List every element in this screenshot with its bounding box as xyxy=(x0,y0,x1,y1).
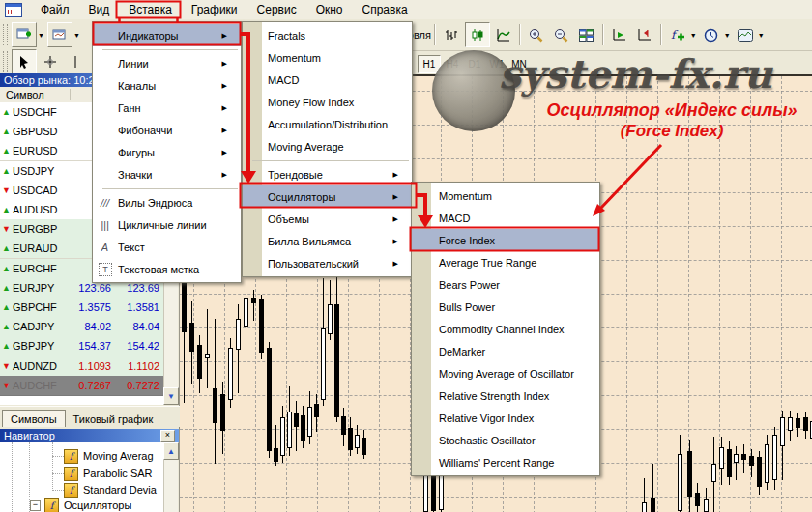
tree-item[interactable]: fParabolic SAR xyxy=(64,466,153,481)
bid-cell: 0.7267 xyxy=(66,380,114,391)
candlestick-chart-button[interactable] xyxy=(465,22,490,47)
tab-tick-chart[interactable]: Тиковый график xyxy=(66,411,161,427)
auto-scroll-button[interactable] xyxy=(608,23,631,46)
table-row[interactable]: ▼AUDCHF0.72670.7272 xyxy=(0,376,164,396)
submenu-arrow-icon: ▶ xyxy=(215,149,227,156)
menu-item[interactable]: Билла Вильямса▶ xyxy=(243,230,412,252)
cursor-button[interactable] xyxy=(12,49,37,74)
menu-item-label: Текстовая метка xyxy=(118,264,199,275)
menu-item-oscillators[interactable]: Осцилляторы▶ xyxy=(243,185,412,208)
menu-item[interactable]: DeMarker xyxy=(412,340,599,362)
new-chart-dropdown-icon[interactable]: ▼ xyxy=(38,32,44,39)
scroll-up-button[interactable]: ▲ xyxy=(163,442,179,460)
menu-item[interactable]: Williams' Percent Range xyxy=(412,451,599,473)
tile-windows-button[interactable] xyxy=(575,23,598,46)
candle-body xyxy=(803,417,808,431)
menu-item[interactable]: Значки▶ xyxy=(93,163,241,185)
menu-item[interactable]: MACD xyxy=(243,69,412,91)
price-down-icon: ▼ xyxy=(0,224,13,234)
menu-item[interactable]: Accumulation/Distribution xyxy=(243,113,412,135)
menu-item[interactable]: Average True Range xyxy=(412,251,599,273)
templates-icon xyxy=(738,29,753,42)
menu-item[interactable]: ///Вилы Эндрюса xyxy=(93,191,241,213)
menu-item[interactable]: Stochastic Oscillator xyxy=(412,429,599,451)
menubar-item[interactable]: Файл xyxy=(31,0,79,19)
menu-item-indicators[interactable]: Индикаторы▶ xyxy=(93,24,241,46)
table-row[interactable]: ▲GBPCHF1.35751.3581 xyxy=(0,298,164,318)
menu-item[interactable]: TТекстовая метка xyxy=(93,258,241,280)
zoom-out-button[interactable] xyxy=(550,23,573,46)
templates-dropdown-icon[interactable]: ▼ xyxy=(758,32,765,39)
candle-body xyxy=(307,407,312,437)
line-chart-button[interactable] xyxy=(492,23,515,46)
indicators-button[interactable]: f xyxy=(666,23,689,46)
menubar-item[interactable]: Вид xyxy=(79,0,120,19)
menubar-item[interactable]: Графики xyxy=(182,0,247,19)
scroll-down-button[interactable]: ▼ xyxy=(163,387,179,405)
chart-shift-button[interactable] xyxy=(633,23,656,46)
crosshair-button[interactable] xyxy=(39,50,62,73)
menu-item[interactable]: Каналы▶ xyxy=(93,74,241,97)
table-row[interactable]: ▼AUDNZD1.10931.1102 xyxy=(0,356,164,377)
templates-button[interactable] xyxy=(734,23,757,46)
app-icon[interactable] xyxy=(5,3,22,17)
menu-item[interactable]: Пользовательский▶ xyxy=(243,252,412,274)
profiles-dropdown-icon[interactable]: ▼ xyxy=(73,32,80,39)
profiles-button[interactable] xyxy=(47,22,72,47)
menubar-item[interactable]: Справка xyxy=(353,0,418,19)
menu-item[interactable]: Bears Power xyxy=(412,273,599,296)
menu-item[interactable]: Трендовые▶ xyxy=(243,163,412,185)
menu-item[interactable]: Линии▶ xyxy=(93,52,241,74)
menu-item[interactable]: Ганн▶ xyxy=(93,97,241,119)
close-icon[interactable]: × xyxy=(160,430,175,442)
submenu-arrow-icon: ▶ xyxy=(386,260,398,268)
table-row[interactable]: ▲GBPJPY154.37154.42 xyxy=(0,336,164,356)
indicators-dropdown-icon[interactable]: ▼ xyxy=(690,32,697,39)
menu-item-label: Пользовательский xyxy=(268,258,359,270)
menu-item-label: MACD xyxy=(439,213,470,224)
navigator-scrollbar[interactable]: ▲ xyxy=(163,442,178,512)
periods-button[interactable] xyxy=(700,23,723,46)
menu-item[interactable]: Money Flow Index xyxy=(243,91,412,113)
menu-item[interactable]: Relative Strength Index xyxy=(412,384,599,407)
menu-item[interactable]: Moving Average of Oscillator xyxy=(412,362,599,384)
menu-item[interactable]: Фибоначчи▶ xyxy=(93,119,241,141)
candle-body xyxy=(220,394,225,431)
bar-chart-button[interactable] xyxy=(440,23,463,46)
tab-symbols[interactable]: Символы xyxy=(2,410,66,427)
tree-item[interactable]: fMoving Averag xyxy=(64,448,154,464)
vertical-line-button[interactable] xyxy=(64,50,87,73)
menu-item[interactable]: Bulls Power xyxy=(412,296,599,318)
menu-item[interactable]: Объемы▶ xyxy=(243,208,412,230)
menu-item-label: Bulls Power xyxy=(439,301,495,313)
menu-item-force-index[interactable]: Force Index xyxy=(412,229,599,251)
menu-item[interactable]: Commodity Channel Index xyxy=(412,318,599,340)
periods-dropdown-icon[interactable]: ▼ xyxy=(724,32,731,39)
submenu-arrow-icon: ▶ xyxy=(215,171,227,179)
menubar-item[interactable]: Окно xyxy=(306,0,353,19)
price-up-icon: ▲ xyxy=(0,341,13,351)
menu-item[interactable]: Moving Average xyxy=(243,135,412,157)
candle-body xyxy=(788,417,793,431)
menu-item[interactable]: Momentum xyxy=(243,46,412,69)
menu-item[interactable]: AТекст xyxy=(93,236,241,258)
menu-item-label: Momentum xyxy=(268,52,321,64)
menu-item[interactable]: Фигуры▶ xyxy=(93,141,241,163)
tree-item[interactable]: fStandard Devia xyxy=(64,482,157,498)
zoom-in-button[interactable] xyxy=(525,23,548,46)
menu-item[interactable]: MACD xyxy=(412,207,599,229)
collapse-icon[interactable]: − xyxy=(30,500,41,511)
symbol-cell: GBPCHF xyxy=(13,301,66,313)
tree-item[interactable]: −fОсцилляторы xyxy=(30,498,131,512)
menu-item[interactable]: Momentum xyxy=(412,185,599,207)
navigator-title-bar[interactable]: Навигатор × xyxy=(0,429,179,442)
menu-item[interactable]: Relative Vigor Index xyxy=(412,407,599,429)
table-row[interactable]: ▲CADJPY84.0284.04 xyxy=(0,317,164,337)
new-chart-button[interactable] xyxy=(12,22,37,47)
menu-item[interactable]: |||Цикличные линии xyxy=(93,213,241,236)
symbol-cell: GBPJPY xyxy=(13,340,66,352)
menubar-item[interactable]: Вставка xyxy=(119,0,182,19)
watermark-text: system-fx.ru xyxy=(499,51,772,98)
menubar-item[interactable]: Сервис xyxy=(247,0,306,19)
menu-item[interactable]: Fractals xyxy=(243,24,412,46)
